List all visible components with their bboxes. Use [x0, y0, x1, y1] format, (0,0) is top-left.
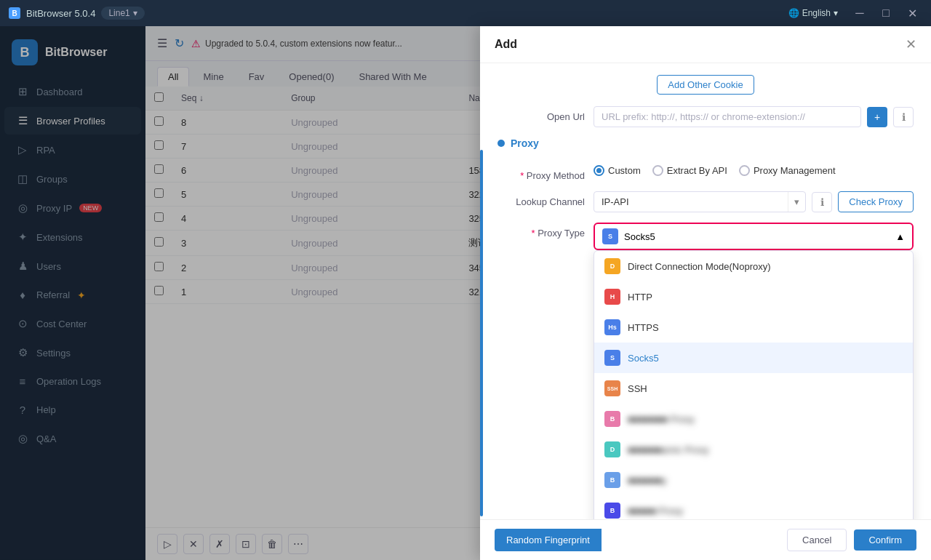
open-url-row: Open Url + ℹ	[498, 106, 914, 127]
proxy-type-select[interactable]: S Socks5 ▲	[594, 223, 914, 250]
blurred1-badge: B	[604, 411, 620, 427]
open-url-control: + ℹ	[594, 106, 914, 127]
maximize-button[interactable]: □	[876, 6, 896, 20]
modal-close-button[interactable]: ✕	[906, 36, 916, 52]
open-url-info-btn[interactable]: ℹ	[893, 107, 914, 127]
lookup-row: IP-API ▾ ℹ Check Proxy	[594, 191, 914, 212]
socks5-proto-badge: S	[602, 228, 618, 244]
blurred4-label: ■■■■■ Proxy	[628, 505, 683, 516]
dropdown-item-blurred2[interactable]: D ■■■■■■amic Proxy	[594, 434, 913, 465]
blurred2-label: ■■■■■■amic Proxy	[628, 444, 708, 455]
dropdown-item-blurred1[interactable]: B ■■■■■■■ Proxy	[594, 404, 913, 434]
radio-custom-circle	[594, 165, 604, 176]
minimize-button[interactable]: ─	[850, 6, 870, 20]
blurred1-label: ■■■■■■■ Proxy	[628, 414, 695, 425]
lookup-channel-label: Lookup Channel	[498, 191, 585, 207]
blurred3-badge: B	[604, 472, 620, 488]
http-badge: H	[604, 289, 620, 305]
close-button[interactable]: ✕	[902, 6, 922, 20]
add-other-cookie-button[interactable]: Add Other Cookie	[657, 75, 754, 95]
app-name: BitBrowser 5.0.4	[26, 8, 95, 19]
modal-overlay: Add ✕ Add Other Cookie Open Url + ℹ Prox…	[0, 26, 931, 560]
add-modal: Add ✕ Add Other Cookie Open Url + ℹ Prox…	[480, 26, 931, 560]
proxy-type-value: Socks5	[624, 231, 655, 242]
ssh-badge: SSH	[604, 380, 620, 396]
modal-body: Add Other Cookie Open Url + ℹ Proxy Prox…	[480, 63, 931, 519]
https-label: HTTPS	[628, 322, 659, 333]
noproxy-badge: D	[604, 258, 620, 274]
modal-title: Add	[495, 38, 517, 51]
lookup-channel-control: IP-API ▾ ℹ Check Proxy	[594, 191, 914, 212]
http-label: HTTP	[628, 292, 652, 303]
proxy-method-label: Proxy Method	[498, 165, 585, 181]
radio-custom[interactable]: Custom	[594, 165, 641, 176]
proxy-section-dot	[498, 140, 505, 147]
proxy-type-control: S Socks5 ▲ D Direct Connection Mode(Nopr…	[594, 223, 914, 250]
ssh-label: SSH	[628, 383, 647, 394]
random-fingerprint-button[interactable]: Random Fingerprint	[495, 529, 602, 551]
radio-extract-api-circle	[652, 165, 663, 176]
cancel-button[interactable]: Cancel	[787, 529, 847, 551]
line-selector[interactable]: Line1 ▾	[101, 7, 144, 20]
proxy-method-radio-group: Custom Extract By API Proxy Management	[594, 165, 836, 176]
lookup-info-btn[interactable]: ℹ	[812, 192, 832, 212]
proxy-type-arrow: ▲	[895, 231, 905, 242]
lookup-channel-select[interactable]: IP-API ▾	[594, 191, 806, 212]
open-url-input[interactable]	[594, 106, 861, 127]
blurred4-badge: B	[604, 503, 620, 519]
blurred2-badge: D	[604, 441, 620, 457]
app-logo: B	[9, 7, 20, 19]
language-selector[interactable]: 🌐 English ▾	[783, 6, 844, 20]
radio-proxy-mgmt-label: Proxy Management	[754, 165, 836, 176]
dropdown-item-blurred4[interactable]: B ■■■■■ Proxy	[594, 495, 913, 519]
proxy-type-row: Proxy Type S Socks5 ▲ D Direct Connecti	[498, 223, 914, 250]
modal-footer: Random Fingerprint Cancel Confirm	[480, 519, 931, 560]
socks5-badge: S	[604, 350, 620, 366]
modal-accent-line	[480, 150, 483, 516]
dropdown-item-noproxy[interactable]: D Direct Connection Mode(Noproxy)	[594, 251, 913, 281]
https-badge: Hs	[604, 319, 620, 335]
confirm-button[interactable]: Confirm	[854, 529, 916, 551]
radio-extract-api-label: Extract By API	[667, 165, 727, 176]
proxy-method-row: Proxy Method Custom Extract By API	[498, 165, 914, 181]
dropdown-item-ssh[interactable]: SSH SSH	[594, 373, 913, 404]
radio-custom-label: Custom	[608, 165, 641, 176]
open-url-add-btn[interactable]: +	[867, 107, 887, 127]
modal-header: Add ✕	[480, 26, 931, 63]
dropdown-item-blurred3[interactable]: B ■■■■■■y	[594, 465, 913, 495]
proxy-type-dropdown: D Direct Connection Mode(Noproxy) H HTTP…	[594, 250, 914, 519]
lookup-channel-arrow[interactable]: ▾	[788, 192, 805, 212]
dropdown-item-socks5[interactable]: S Socks5	[594, 343, 913, 373]
socks5-label: Socks5	[628, 353, 659, 364]
proxy-section-title: Proxy	[511, 137, 539, 149]
check-proxy-button[interactable]: Check Proxy	[838, 191, 914, 212]
lookup-channel-row: Lookup Channel IP-API ▾ ℹ Check Proxy	[498, 191, 914, 212]
proxy-type-label: Proxy Type	[498, 223, 585, 239]
blurred3-label: ■■■■■■y	[628, 475, 667, 486]
dropdown-item-http[interactable]: H HTTP	[594, 281, 913, 312]
dropdown-item-https[interactable]: Hs HTTPS	[594, 312, 913, 343]
radio-proxy-mgmt-circle	[739, 165, 750, 176]
lookup-channel-value: IP-API	[594, 192, 788, 212]
titlebar: B BitBrowser 5.0.4 Line1 ▾ 🌐 English ▾ ─…	[0, 0, 931, 26]
radio-proxy-mgmt[interactable]: Proxy Management	[739, 165, 836, 176]
proxy-method-control: Custom Extract By API Proxy Management	[594, 165, 914, 176]
proxy-section-header: Proxy	[498, 137, 914, 155]
noproxy-label: Direct Connection Mode(Noproxy)	[628, 261, 771, 272]
open-url-label: Open Url	[498, 106, 585, 122]
radio-extract-api[interactable]: Extract By API	[652, 165, 727, 176]
